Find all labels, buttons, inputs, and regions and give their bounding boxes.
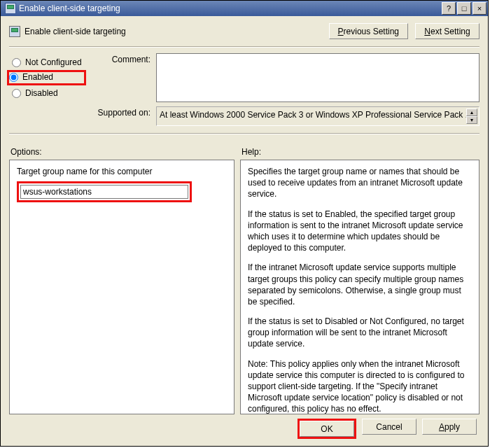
dialog-buttons: OK Cancel Apply (9, 414, 479, 440)
target-group-input[interactable] (20, 185, 188, 199)
help-text-5: Note: This policy applies only when the … (248, 358, 472, 414)
target-group-label: Target group name for this computer (17, 166, 227, 177)
gpo-editor-window: Enable client-side targeting ? □ × Enabl… (0, 0, 489, 447)
policy-icon (9, 26, 20, 37)
separator (9, 46, 479, 48)
window-title: Enable client-side targeting (19, 4, 440, 13)
help-label: Help: (241, 147, 479, 157)
help-text-2: If the status is set to Enabled, the spe… (248, 209, 472, 254)
help-text-3: If the intranet Microsoft update service… (248, 262, 472, 307)
status-disabled-radio[interactable] (12, 89, 21, 98)
apply-button[interactable]: Apply (422, 419, 477, 435)
supported-label: Supported on: (93, 106, 156, 118)
supported-on-text: At least Windows 2000 Service Pack 3 or … (160, 110, 476, 120)
status-disabled-label: Disabled (25, 88, 58, 98)
titlebar[interactable]: Enable client-side targeting ? □ × (1, 1, 488, 16)
ok-button[interactable]: OK (300, 421, 354, 437)
close-button[interactable]: × (472, 2, 486, 15)
comment-label: Comment: (93, 53, 156, 64)
status-not-configured-radio[interactable] (12, 58, 21, 67)
options-label: Options: (10, 147, 234, 157)
options-panel: Target group name for this computer (9, 160, 234, 414)
app-icon (5, 3, 16, 14)
help-text-1: Specifies the target group name or names… (248, 166, 472, 200)
help-button[interactable]: ? (442, 2, 456, 15)
status-enabled-radio[interactable] (9, 73, 18, 82)
supported-on-box: At least Windows 2000 Service Pack 3 or … (156, 106, 479, 126)
comment-textarea[interactable] (156, 53, 479, 102)
cancel-button[interactable]: Cancel (362, 419, 416, 435)
next-setting-button[interactable]: Next Setting (415, 23, 479, 39)
policy-name: Enable client-side targeting (24, 27, 126, 36)
separator-2 (9, 133, 479, 134)
highlight-enabled: Enabled (7, 70, 86, 85)
status-enabled-label: Enabled (22, 72, 53, 82)
highlight-target-input (17, 181, 192, 202)
help-panel: Specifies the target group name or names… (240, 160, 479, 414)
help-text-4: If the status is set to Disabled or Not … (248, 316, 472, 350)
status-not-configured-label: Not Configured (25, 57, 82, 67)
status-radio-group: Not Configured Enabled Disabled (9, 53, 86, 130)
previous-setting-button[interactable]: Previous Setting (329, 23, 408, 39)
scroll-up-icon[interactable]: ▴ (466, 108, 477, 116)
maximize-button[interactable]: □ (457, 2, 471, 15)
scroll-down-icon[interactable]: ▾ (466, 116, 477, 124)
highlight-ok: OK (298, 419, 356, 439)
supported-scroll[interactable]: ▴ ▾ (466, 108, 477, 124)
